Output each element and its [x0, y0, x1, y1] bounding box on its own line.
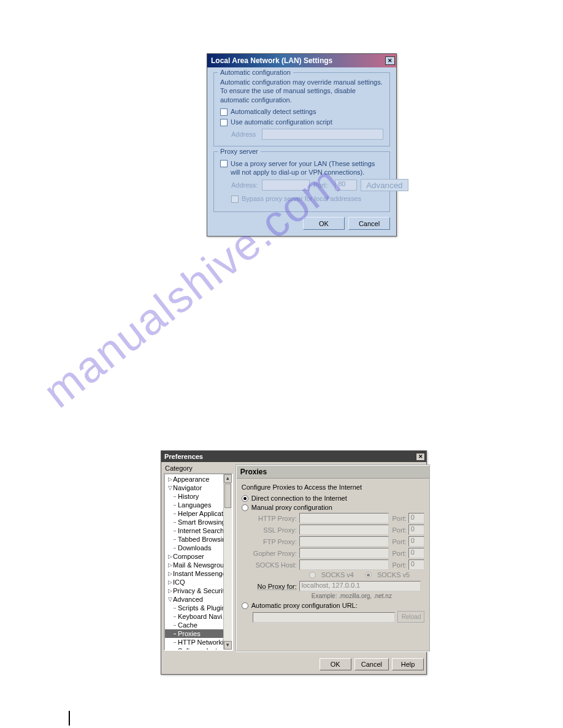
ssl-port-input: 0	[408, 525, 424, 535]
proxy-port-label: Port:	[313, 181, 327, 189]
no-proxy-row: No Proxy for: localhost, 127.0.0.1	[253, 581, 424, 591]
ok-button[interactable]: OK	[303, 217, 345, 230]
tree-item-label: Instant Messenger	[173, 570, 229, 577]
tree-item-label: Composer	[173, 553, 204, 560]
port-label: Port:	[393, 561, 407, 569]
tree-item-label: Internet Search	[178, 527, 224, 534]
scroll-up-icon[interactable]: ▲	[224, 474, 232, 483]
tree-item[interactable]: Downloads	[165, 544, 232, 552]
radio-icon	[365, 572, 372, 578]
tree-item[interactable]: Cache	[165, 621, 232, 629]
tree-item[interactable]: ▷Appearance	[165, 475, 232, 483]
tree-item[interactable]: Proxies	[165, 629, 232, 638]
tree-item[interactable]: Tabbed Browsing	[165, 535, 232, 544]
tree-item-label: Advanced	[173, 596, 203, 603]
auto-detect-row[interactable]: Automatically detect settings	[220, 108, 383, 116]
tree-item-label: Keyboard Navi…	[178, 613, 229, 620]
auto-address-input	[262, 129, 383, 140]
ssl-proxy-input	[299, 525, 389, 535]
checkbox-icon[interactable]	[220, 160, 228, 167]
tree-scrollbar[interactable]: ▲ ▼	[223, 474, 232, 650]
port-label: Port:	[393, 515, 407, 522]
tree-item-label: ICQ	[173, 578, 185, 586]
tree-item[interactable]: ▽Advanced	[165, 595, 232, 604]
close-icon[interactable]: ✕	[385, 56, 395, 65]
radio-icon[interactable]	[242, 602, 248, 609]
tree-twisty-icon[interactable]: ▷	[167, 579, 173, 585]
tree-item[interactable]: Helper Applicat…	[165, 509, 232, 518]
tree-item[interactable]: Internet Search	[165, 526, 232, 535]
use-proxy-row[interactable]: Use a proxy server for your LAN (These s…	[220, 159, 383, 177]
scroll-thumb[interactable]	[224, 483, 231, 508]
auto-script-label: Use automatic configuration script	[231, 118, 332, 126]
cancel-button[interactable]: Cancel	[348, 217, 390, 230]
tree-item[interactable]: HTTP Networking	[165, 638, 232, 646]
tree-item[interactable]: Languages	[165, 501, 232, 509]
pref-titlebar[interactable]: Preferences ✕	[161, 451, 426, 462]
tree-twisty-icon[interactable]: ▷	[167, 588, 173, 594]
pref-body: Category ▷Appearance▽NavigatorHistoryLan…	[161, 462, 426, 654]
checkbox-icon[interactable]	[220, 108, 228, 116]
tree-item-label: Scripts & Plugins	[178, 604, 229, 612]
automatic-config-group: Automatic configuration Automatic config…	[213, 72, 390, 146]
port-label: Port:	[393, 550, 407, 557]
proxy-address-row: Address: Port: 80 Advanced	[231, 179, 383, 191]
tree-item[interactable]: Keyboard Navi…	[165, 612, 232, 621]
tree-twisty-icon[interactable]: ▷	[167, 476, 173, 482]
ftp-proxy-input	[299, 536, 389, 547]
tree-item-label: Navigator	[173, 484, 202, 491]
lan-settings-dialog: Local Area Network (LAN) Settings ✕ Auto…	[207, 53, 397, 237]
tree-item[interactable]: ▷Privacy & Security	[165, 586, 232, 595]
socks-port-input: 0	[408, 559, 424, 570]
tree-twisty-icon[interactable]: ▽	[167, 596, 173, 602]
radio-direct-label: Direct connection to the Internet	[251, 495, 347, 502]
tree-item-label: Mail & Newsgroups	[173, 561, 231, 569]
auto-script-row[interactable]: Use automatic configuration script	[220, 118, 383, 126]
category-column: Category ▷Appearance▽NavigatorHistoryLan…	[164, 464, 233, 652]
http-proxy-row: HTTP Proxy: Port: 0	[253, 513, 424, 523]
radio-icon[interactable]	[242, 495, 248, 502]
automatic-config-desc: Automatic configuration may override man…	[220, 78, 383, 104]
radio-manual-row[interactable]: Manual proxy configuration	[242, 504, 424, 511]
radio-direct-row[interactable]: Direct connection to the Internet	[242, 495, 424, 502]
tree-item[interactable]: ▷Composer	[165, 552, 232, 561]
tree-item[interactable]: ▷Instant Messenger	[165, 569, 232, 578]
auto-address-row: Address	[231, 129, 383, 140]
radio-icon	[309, 572, 316, 578]
proxy-port-input: 80	[335, 180, 357, 191]
gopher-port-input: 0	[408, 548, 424, 558]
proxy-fields: HTTP Proxy: Port: 0 SSL Proxy: Port: 0	[253, 513, 424, 599]
tree-item[interactable]: ▷Mail & Newsgroups	[165, 561, 232, 569]
tree-item[interactable]: Software Insta…	[165, 646, 232, 651]
socks4-label: SOCKS v4	[321, 571, 354, 578]
category-tree[interactable]: ▷Appearance▽NavigatorHistoryLanguagesHel…	[164, 473, 233, 651]
tree-item[interactable]: ▽Navigator	[165, 483, 232, 492]
tree-twisty-icon[interactable]: ▷	[167, 571, 173, 577]
radio-auto-row[interactable]: Automatic proxy configuration URL:	[242, 602, 424, 609]
lan-button-row: OK Cancel	[213, 217, 390, 230]
tree-twisty-icon[interactable]: ▷	[167, 562, 173, 568]
ok-button[interactable]: OK	[320, 658, 351, 670]
tree-item-label: Appearance	[173, 476, 209, 483]
pref-right-column: Proxies Configure Proxies to Access the …	[236, 464, 431, 652]
tree-twisty-icon[interactable]: ▽	[167, 485, 173, 491]
tree-item[interactable]: Scripts & Plugins	[165, 604, 232, 612]
help-button[interactable]: Help	[392, 658, 424, 670]
proxies-panel: Proxies Configure Proxies to Access the …	[236, 464, 431, 652]
automatic-config-legend: Automatic configuration	[218, 69, 293, 76]
tree-item[interactable]: History	[165, 492, 232, 501]
no-proxy-input: localhost, 127.0.0.1	[299, 581, 421, 591]
tree-item[interactable]: ▷ICQ	[165, 578, 232, 586]
tree-item-label: Languages	[178, 501, 211, 509]
radio-icon[interactable]	[242, 504, 248, 511]
port-label: Port:	[393, 538, 407, 545]
tree-twisty-icon[interactable]: ▷	[167, 553, 173, 559]
proxy-server-legend: Proxy server	[218, 148, 261, 155]
lan-titlebar[interactable]: Local Area Network (LAN) Settings ✕	[207, 54, 396, 67]
tree-item[interactable]: Smart Browsing	[165, 518, 232, 526]
cancel-button[interactable]: Cancel	[354, 658, 389, 670]
scroll-down-icon[interactable]: ▼	[224, 641, 232, 650]
close-icon[interactable]: ✕	[416, 453, 425, 461]
checkbox-icon[interactable]	[220, 119, 228, 126]
ftp-proxy-row: FTP Proxy: Port: 0	[253, 536, 424, 547]
